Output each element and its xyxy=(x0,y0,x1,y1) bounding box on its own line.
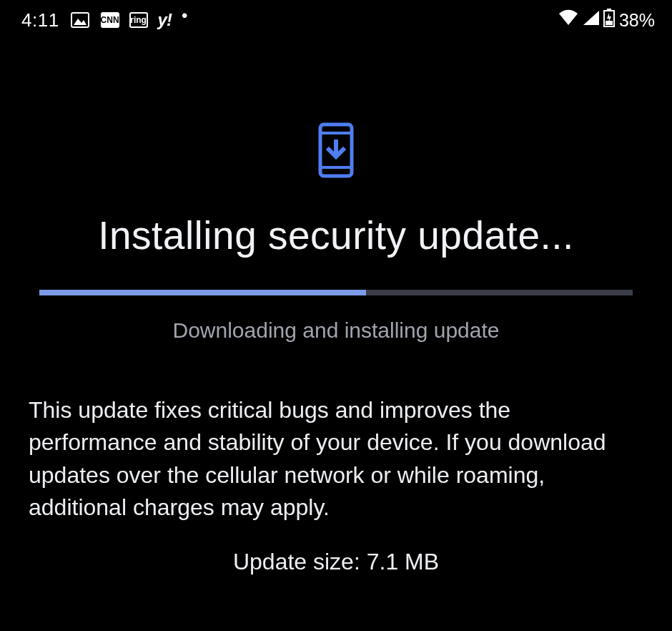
status-bar-left: 4:11 CNN ring y! • xyxy=(21,9,187,31)
download-to-device-icon xyxy=(316,122,356,178)
battery-percentage: 38% xyxy=(619,10,655,31)
clock: 4:11 xyxy=(21,9,59,31)
svg-marker-1 xyxy=(74,19,87,25)
update-description: This update fixes critical bugs and impr… xyxy=(29,394,643,524)
progress-status-text: Downloading and installing update xyxy=(172,318,499,343)
notification-overflow-icon: • xyxy=(182,7,187,24)
update-screen: 4:11 CNN ring y! • xyxy=(0,0,672,631)
gallery-notification-icon xyxy=(69,9,91,31)
status-bar-right: 38% xyxy=(558,9,655,32)
battery-icon xyxy=(603,9,615,32)
svg-rect-5 xyxy=(606,21,613,25)
wifi-icon xyxy=(558,9,579,31)
update-size: Update size: 7.1 MB xyxy=(233,549,439,575)
ring-notification-icon: ring xyxy=(129,12,148,28)
cnn-notification-icon: CNN xyxy=(101,12,119,28)
status-bar[interactable]: 4:11 CNN ring y! • xyxy=(0,0,672,40)
progress-bar-fill xyxy=(39,290,366,295)
svg-marker-2 xyxy=(583,11,599,25)
cellular-signal-icon xyxy=(582,9,601,31)
progress-bar xyxy=(39,290,633,295)
update-content: Installing security update... Downloadin… xyxy=(0,40,672,631)
page-title: Installing security update... xyxy=(98,212,574,258)
yahoo-notification-icon: y! xyxy=(158,10,172,30)
